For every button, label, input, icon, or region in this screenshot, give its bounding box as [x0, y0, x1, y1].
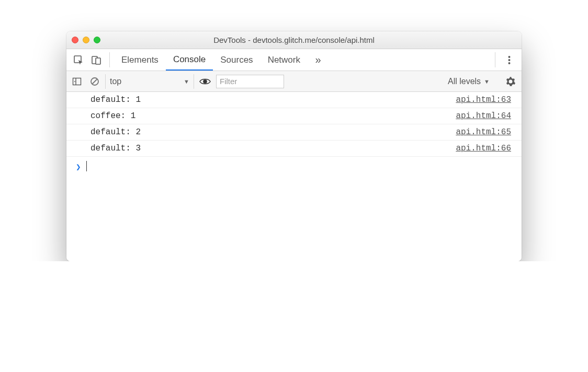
devtools-window: DevTools - devtools.glitch.me/console/ap… [66, 31, 522, 261]
tab-label: Network [268, 55, 300, 65]
console-settings-icon[interactable] [503, 76, 518, 87]
console-message: default: 1 [91, 95, 141, 104]
spacer [329, 49, 491, 71]
inspect-element-icon[interactable] [70, 49, 87, 71]
traffic-lights [72, 37, 100, 43]
tab-sources[interactable]: Sources [213, 49, 260, 71]
context-selector[interactable]: top ▼ [105, 74, 194, 89]
console-message: default: 2 [91, 127, 141, 137]
svg-point-4 [508, 59, 510, 61]
source-link[interactable]: api.html:66 [456, 144, 511, 153]
tab-elements[interactable]: Elements [114, 49, 166, 71]
svg-point-8 [203, 80, 207, 83]
svg-point-5 [508, 62, 510, 64]
titlebar: DevTools - devtools.glitch.me/console/ap… [66, 31, 522, 49]
more-tabs-button[interactable]: » [308, 49, 329, 71]
console-output: default: 1 api.html:63 coffee: 1 api.htm… [66, 92, 522, 261]
source-link[interactable]: api.html:63 [456, 95, 511, 104]
svg-rect-2 [96, 58, 100, 64]
divider [495, 52, 495, 67]
divider [109, 52, 110, 67]
live-expression-icon[interactable] [197, 78, 213, 85]
console-toolbar: top ▼ All levels ▼ [66, 71, 522, 92]
console-row: default: 1 api.html:63 [66, 92, 522, 108]
settings-menu-icon[interactable] [500, 49, 518, 71]
console-row: default: 3 api.html:66 [66, 141, 522, 157]
console-prompt[interactable]: ❯ [66, 157, 522, 261]
prompt-chevron-icon: ❯ [76, 161, 81, 172]
device-toolbar-icon[interactable] [87, 49, 105, 71]
clear-console-icon[interactable] [87, 74, 102, 89]
tab-label: Console [173, 54, 206, 65]
filter-input[interactable] [216, 75, 284, 88]
svg-point-3 [508, 56, 510, 58]
panel-tabbar: Elements Console Sources Network » [66, 49, 522, 71]
console-row: default: 2 api.html:65 [66, 124, 522, 141]
console-message: coffee: 1 [91, 111, 135, 121]
zoom-window-button[interactable] [94, 37, 100, 43]
console-row: coffee: 1 api.html:64 [66, 108, 522, 124]
levels-label: All levels [448, 77, 481, 86]
text-cursor [86, 161, 87, 171]
more-tabs-label: » [315, 54, 321, 66]
window-title: DevTools - devtools.glitch.me/console/ap… [66, 36, 522, 44]
close-window-button[interactable] [72, 37, 78, 43]
tab-console[interactable]: Console [166, 49, 213, 71]
tab-label: Elements [121, 55, 159, 65]
dropdown-triangle-icon: ▼ [184, 78, 189, 85]
tab-label: Sources [220, 55, 253, 65]
console-message: default: 3 [91, 144, 141, 153]
log-levels-selector[interactable]: All levels ▼ [448, 77, 490, 86]
source-link[interactable]: api.html:64 [456, 111, 511, 121]
source-link[interactable]: api.html:65 [456, 127, 511, 137]
toggle-sidebar-icon[interactable] [70, 74, 84, 89]
context-label: top [110, 77, 121, 86]
dropdown-triangle-icon: ▼ [484, 78, 490, 85]
tab-network[interactable]: Network [261, 49, 308, 71]
minimize-window-button[interactable] [83, 37, 89, 43]
